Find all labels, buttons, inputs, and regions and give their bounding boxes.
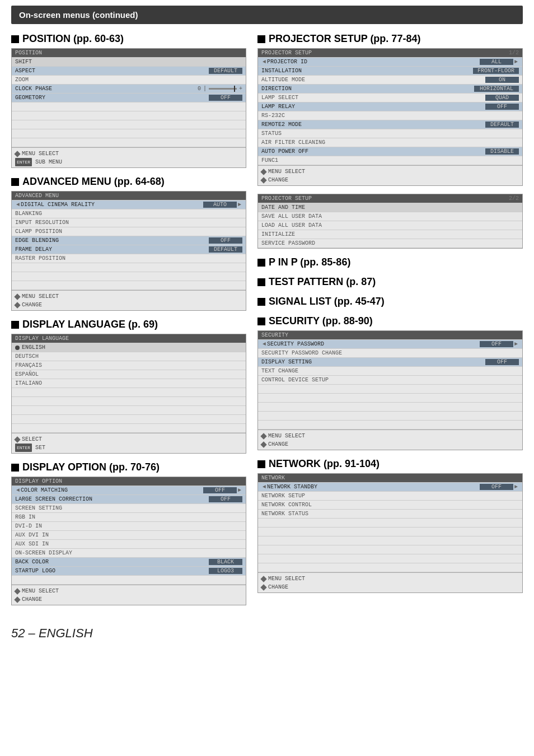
menu-row-startup-logo[interactable]: STARTUP LOGO LOGO3 bbox=[12, 567, 246, 576]
menu-row-security-password[interactable]: ◄ SECURITY PASSWORD OFF ► bbox=[258, 340, 522, 349]
menu-row-lang-spacer1 bbox=[12, 388, 246, 397]
diamond-icon bbox=[14, 151, 20, 157]
menu-row-network-standby[interactable]: ◄ NETWORK STANDBY OFF ► bbox=[258, 483, 522, 492]
arrow-right-icon: ► bbox=[237, 202, 242, 208]
menu-row-deutsch[interactable]: DEUTSCH bbox=[12, 352, 246, 361]
section-bullet-test-pattern bbox=[257, 278, 265, 286]
page-suffix: – ENGLISH bbox=[25, 626, 92, 640]
menu-row-edge[interactable]: EDGE BLENDING OFF bbox=[12, 236, 246, 245]
diamond-icon bbox=[260, 576, 266, 582]
menu-row-network-setup[interactable]: NETWORK SETUP bbox=[258, 492, 522, 501]
menu-row-adv-spacer2 bbox=[12, 272, 246, 281]
menu-row-air-filter[interactable]: AIR FILTER CLEANING bbox=[258, 138, 522, 147]
menu-row-screen-setting[interactable]: SCREEN SETTING bbox=[12, 504, 246, 513]
menu-row-espanol[interactable]: ESPAÑOL bbox=[12, 370, 246, 379]
section-title-network: NETWORK (pp. 91-104) bbox=[257, 458, 523, 470]
section-display-language: DISPLAY LANGUAGE (p. 69) DISPLAY LANGUAG… bbox=[11, 319, 246, 454]
menu-row-load-all[interactable]: LOAD ALL USER DATA bbox=[258, 221, 522, 230]
menu-box-position: POSITION SHIFT ASPECT DEFAULT ZOOM bbox=[11, 48, 246, 168]
menu-row-spacer3 bbox=[12, 120, 246, 129]
menu-row-status[interactable]: STATUS bbox=[258, 129, 522, 138]
menu-row-installation[interactable]: INSTALLATION FRONT-FLOOR bbox=[258, 67, 522, 76]
menu-row-auto-power[interactable]: AUTO POWER OFF DISABLE bbox=[258, 147, 522, 156]
menu-row-sec-pw-change[interactable]: SECURITY PASSWORD CHANGE bbox=[258, 349, 522, 358]
menu-row-input-res[interactable]: INPUT RESOLUTION bbox=[12, 218, 246, 227]
menu-row-aspect[interactable]: ASPECT DEFAULT bbox=[12, 67, 246, 76]
menu-row-lamp-select[interactable]: LAMP SELECT QUAD bbox=[258, 94, 522, 102]
section-display-option: DISPLAY OPTION (pp. 70-76) DISPLAY OPTIO… bbox=[11, 461, 246, 605]
menu-row-service-password[interactable]: SERVICE PASSWORD bbox=[258, 239, 522, 248]
menu-row-italiano[interactable]: ITALIANO bbox=[12, 379, 246, 388]
arrow-left-icon: ◄ bbox=[15, 487, 21, 493]
menu-row-spacer1 bbox=[12, 102, 246, 111]
section-bullet-network bbox=[257, 460, 265, 468]
menu-row-control-device[interactable]: CONTROL DEVICE SETUP bbox=[258, 376, 522, 385]
menu-row-display-setting[interactable]: DISPLAY SETTING OFF bbox=[258, 358, 522, 367]
menu-box-projector-2: PROJECTOR SETUP 2/2 DATE AND TIME SAVE A… bbox=[257, 194, 523, 249]
menu-footer-position: MENU SELECT ENTER SUB MENU bbox=[12, 147, 246, 167]
arrow-right-icon: ► bbox=[513, 484, 519, 490]
menu-row-shift[interactable]: SHIFT bbox=[12, 58, 246, 67]
menu-footer-projector1: MENU SELECT CHANGE bbox=[258, 165, 522, 185]
menu-row-sec-spacer1 bbox=[258, 385, 522, 394]
menu-footer-lang: SELECT ENTER SET bbox=[12, 433, 246, 453]
menu-row-func1[interactable]: FUNC1 bbox=[258, 156, 522, 165]
menu-row-onscreen-display[interactable]: ON-SCREEN DISPLAY bbox=[12, 549, 246, 558]
menu-row-lang-spacer5 bbox=[12, 424, 246, 433]
bullet-icon bbox=[15, 346, 20, 350]
section-bullet-projector bbox=[257, 35, 265, 43]
arrow-left-icon: ◄ bbox=[261, 59, 267, 65]
menu-row-altitude[interactable]: ALTITUDE MODE ON bbox=[258, 76, 522, 85]
menu-header-network: NETWORK bbox=[258, 474, 522, 483]
section-bullet-security bbox=[257, 318, 265, 325]
menu-box-projector-1: PROJECTOR SETUP 1/2 ◄ PROJECTOR ID ALL ►… bbox=[257, 48, 523, 186]
menu-row-net-spacer6 bbox=[258, 563, 522, 572]
menu-row-net-spacer4 bbox=[258, 545, 522, 554]
menu-box-display-lang: DISPLAY LANGUAGE ENGLISH DEUTSCH FRANÇAI… bbox=[11, 334, 246, 454]
arrow-left-icon: ◄ bbox=[261, 341, 267, 347]
menu-row-geometory[interactable]: GEOMETORY OFF bbox=[12, 94, 246, 102]
menu-row-rgb-in[interactable]: RGB IN bbox=[12, 513, 246, 522]
menu-row-digital-cinema[interactable]: ◄ DIGITAL CINEMA REALITY AUTO ► bbox=[12, 200, 246, 209]
diamond-icon bbox=[14, 596, 20, 603]
menu-row-spacer2 bbox=[12, 111, 246, 120]
menu-row-lamp-relay[interactable]: LAMP RELAY OFF bbox=[258, 102, 522, 111]
menu-row-date-time[interactable]: DATE AND TIME bbox=[258, 203, 522, 212]
section-bullet-position bbox=[11, 35, 19, 43]
menu-row-aux-dvi-in[interactable]: AUX DVI IN bbox=[12, 531, 246, 540]
menu-row-large-screen[interactable]: LARGE SCREEN CORRECTION OFF bbox=[12, 495, 246, 504]
menu-row-save-all[interactable]: SAVE ALL USER DATA bbox=[258, 212, 522, 221]
menu-box-advanced: ADVANCED MENU ◄ DIGITAL CINEMA REALITY A… bbox=[11, 191, 246, 311]
menu-row-initialize[interactable]: INITIALIZE bbox=[258, 230, 522, 239]
menu-row-english[interactable]: ENGLISH bbox=[12, 343, 246, 352]
menu-row-blanking[interactable]: BLANKING bbox=[12, 209, 246, 218]
menu-row-direction[interactable]: DIRECTION HORIZONTAL bbox=[258, 85, 522, 94]
menu-box-network: NETWORK ◄ NETWORK STANDBY OFF ► NETWORK … bbox=[257, 473, 523, 593]
menu-row-network-control[interactable]: NETWORK CONTROL bbox=[258, 501, 522, 510]
menu-row-zoom[interactable]: ZOOM bbox=[12, 76, 246, 85]
menu-row-clamp[interactable]: CLAMP POSITION bbox=[12, 227, 246, 236]
menu-row-frame-delay[interactable]: FRAME DELAY DEFAULT bbox=[12, 245, 246, 254]
menu-row-clock-phase[interactable]: CLOCK PHASE 0 | + bbox=[12, 85, 246, 94]
menu-row-lang-spacer2 bbox=[12, 397, 246, 406]
menu-row-color-matching[interactable]: ◄ COLOR MATCHING OFF ► bbox=[12, 486, 246, 495]
header-title: On-screen menus (continued) bbox=[19, 10, 138, 20]
menu-row-dvid-in[interactable]: DVI-D IN bbox=[12, 522, 246, 531]
menu-row-rs232c[interactable]: RS-232C bbox=[258, 111, 522, 120]
diamond-icon bbox=[260, 177, 266, 183]
menu-row-projector-id[interactable]: ◄ PROJECTOR ID ALL ► bbox=[258, 58, 522, 67]
menu-row-net-spacer5 bbox=[258, 554, 522, 563]
menu-header-advanced: ADVANCED MENU bbox=[12, 192, 246, 200]
menu-row-raster[interactable]: RASTER POSITION bbox=[12, 254, 246, 263]
arrow-left-icon: ◄ bbox=[261, 484, 267, 490]
arrow-right-icon: ► bbox=[513, 59, 519, 65]
section-security: SECURITY (pp. 88-90) SECURITY ◄ SECURITY… bbox=[257, 315, 523, 450]
menu-row-network-status[interactable]: NETWORK STATUS bbox=[258, 510, 522, 519]
menu-row-back-color[interactable]: BACK COLOR BLACK bbox=[12, 558, 246, 567]
menu-row-remote2[interactable]: REMOTE2 MODE DEFAULT bbox=[258, 120, 522, 129]
menu-row-francais[interactable]: FRANÇAIS bbox=[12, 361, 246, 370]
menu-row-text-change[interactable]: TEXT CHANGE bbox=[258, 367, 522, 376]
menu-row-aux-sdi-in[interactable]: AUX SDI IN bbox=[12, 540, 246, 549]
menu-footer-advanced: MENU SELECT CHANGE bbox=[12, 290, 246, 310]
diamond-icon bbox=[260, 433, 266, 439]
